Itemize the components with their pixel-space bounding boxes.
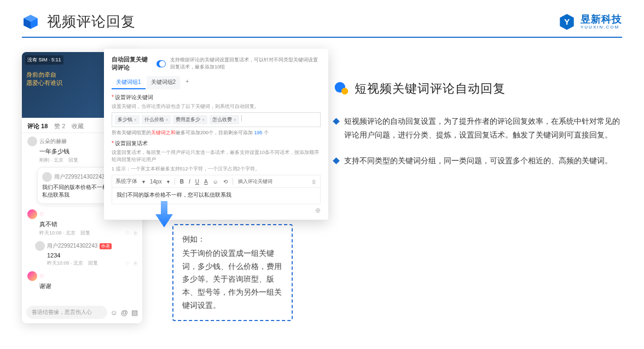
feature-title: 短视频关键词评论自动回复 bbox=[355, 81, 506, 97]
tab-likes[interactable]: 赞 2 bbox=[54, 122, 65, 130]
bullet-text: 短视频评论的自动回复设置，为了提升作者的评论回复效率，在系统中针对常见的评论用户… bbox=[344, 115, 622, 142]
chip-remove-icon[interactable]: × bbox=[202, 117, 205, 122]
tab-comments[interactable]: 评论 18 bbox=[27, 122, 48, 130]
comment-author: 用户2299214302243 bbox=[47, 242, 97, 250]
keyword-chip[interactable]: 怎么收费× bbox=[210, 115, 239, 124]
clear-button[interactable]: ⟲ bbox=[223, 179, 228, 185]
keyword-chip[interactable]: 多少钱× bbox=[115, 115, 140, 124]
chat-bubble-icon bbox=[334, 81, 349, 96]
keyword-hint: 设置关键词，当评论里内容包含了以下关键词，则系统可自动回复。 bbox=[112, 103, 321, 110]
example-body: 关于询价的设置成一组关键词，多少钱、什么价格，费用多少等。关于咨询班型、版本、型… bbox=[182, 247, 283, 312]
feature-bullet: 支持不同类型的关键词分组，同一类问题，可设置多个相近的、高频的关键词。 bbox=[334, 154, 622, 168]
feature-title-row: 短视频关键词评论自动回复 bbox=[334, 81, 622, 97]
keyword-group-tabs: 关键词组1 关键词组2 + bbox=[112, 76, 321, 89]
comment-meta: 昨天10:08 · 北京 回复 bbox=[39, 230, 90, 237]
feature-bullet: 短视频评论的自动回复设置，为了提升作者的评论回复效率，在系统中针对常见的评论用户… bbox=[334, 115, 622, 142]
at-icon[interactable]: @ bbox=[121, 308, 128, 317]
comment-meta: 昨天10:08 · 北京 回复 bbox=[47, 260, 98, 267]
font-select[interactable]: 系统字体 bbox=[115, 178, 137, 185]
reply-textarea[interactable]: 我们不同的版本价格不一样，您可以私信联系我 bbox=[112, 188, 321, 204]
comment-text: 真不错 bbox=[39, 220, 137, 228]
fan-icon: ♡ bbox=[39, 211, 44, 218]
auto-reply-toggle[interactable] bbox=[156, 60, 166, 67]
tab-favorites[interactable]: 收藏 bbox=[72, 122, 84, 130]
tab-keyword-group-2[interactable]: 关键词组2 bbox=[147, 76, 181, 89]
avatar bbox=[27, 209, 37, 219]
editor-toolbar: 系统字体▾ 14px▾ B I U A ☺ ⟲ 插入评论关键词 🗑 bbox=[112, 175, 321, 188]
size-select[interactable]: 14px bbox=[150, 179, 162, 185]
svg-point-6 bbox=[341, 88, 348, 94]
input-cursor bbox=[241, 115, 242, 122]
reply-author: 用户2299214302243 bbox=[54, 173, 105, 181]
like-icon[interactable]: ♡ bbox=[125, 261, 130, 266]
like-icon[interactable]: ♡ bbox=[125, 231, 130, 236]
avatar bbox=[27, 136, 37, 146]
logo-text-main: 昱新科技 bbox=[581, 14, 622, 24]
dislike-icon[interactable]: ⎘ bbox=[134, 261, 137, 266]
example-callout: 例如： 关于询价的设置成一组关键词，多少钱、什么价格，费用多少等。关于咨询班型、… bbox=[172, 224, 293, 321]
comment-text: 1234 bbox=[47, 252, 137, 259]
image-icon[interactable]: ▧ bbox=[131, 308, 138, 317]
arrow-icon bbox=[153, 201, 175, 228]
reply-section-label: 设置回复话术 bbox=[112, 140, 321, 147]
page-title: 视频评论回复 bbox=[47, 12, 136, 31]
comment-text: 谢谢 bbox=[39, 282, 137, 290]
comment-author: 云朵的赫赫 bbox=[39, 138, 67, 145]
tab-keyword-group-1[interactable]: 关键词组1 bbox=[112, 76, 146, 89]
diamond-icon bbox=[333, 118, 340, 125]
main-content: 没有 SIM · 5:11 身前勿牵自 愿爱心有谁识 评论 18 赞 2 收藏 … bbox=[0, 38, 644, 333]
dislike-icon[interactable]: ⎘ bbox=[134, 231, 137, 236]
keyword-chip-input[interactable]: 多少钱× 什么价格× 费用是多少× 怎么收费× bbox=[112, 112, 321, 127]
avatar bbox=[27, 271, 37, 281]
right-description: 短视频关键词评论自动回复 短视频评论的自动回复设置，为了提升作者的评论回复效率，… bbox=[334, 48, 622, 333]
insert-keyword-button[interactable]: 插入评论关键词 bbox=[238, 178, 272, 185]
emoji-button[interactable]: ☺ bbox=[213, 179, 218, 185]
keyword-count-text: 所有关键词组里的关键词之和最多可添加200个，目前剩余可添加 195 个 bbox=[112, 129, 321, 136]
bold-button[interactable]: B bbox=[180, 179, 184, 185]
title-group: 视频评论回复 bbox=[22, 12, 136, 31]
avatar bbox=[35, 241, 45, 251]
keyword-chip[interactable]: 费用是多少× bbox=[173, 115, 207, 124]
keyword-section-label: 设置评论关键词 bbox=[112, 94, 321, 101]
add-keyword-group-button[interactable]: + bbox=[181, 76, 193, 89]
reply-hint: 设置回复话术，每回复一个用户评论只发送一条话术，最多支持设置10条不同话术，按添… bbox=[112, 149, 321, 163]
video-overlay-text: 身前勿牵自 愿爱心有谁识 bbox=[26, 71, 62, 88]
add-reply-button[interactable]: ⊕ bbox=[315, 207, 321, 214]
toggle-label: 自动回复关键词评论 bbox=[112, 55, 152, 72]
reply-hint-2: 1 提示：一个富文本框最多支持512个字符，一个汉字占用2个字符。 bbox=[112, 165, 321, 173]
cube-icon bbox=[22, 13, 39, 31]
svg-text:Y: Y bbox=[564, 17, 570, 26]
underline-button[interactable]: U bbox=[195, 179, 199, 185]
diamond-icon bbox=[333, 158, 340, 165]
keyword-settings-panel: 自动回复关键词评论 支持根据评论的关键词设置回复话术，可以针对不同类型关键词设置… bbox=[104, 49, 328, 220]
delete-button[interactable]: 🗑 bbox=[311, 179, 317, 185]
bullet-text: 支持不同类型的关键词分组，同一类问题，可设置多个相近的、高频的关键词。 bbox=[344, 154, 622, 168]
header: 视频评论回复 Y 昱新科技 YUUXIN.COM bbox=[0, 0, 644, 37]
avatar bbox=[42, 172, 52, 182]
comment-item: ♡ 谢谢 bbox=[27, 271, 137, 290]
color-button[interactable]: A bbox=[204, 179, 208, 185]
example-heading: 例如： bbox=[182, 233, 283, 246]
logo-hex-icon: Y bbox=[558, 13, 576, 31]
comment-input[interactable]: 善语结善缘，恶言伤人心 bbox=[26, 306, 107, 319]
logo-text-sub: YUUXIN.COM bbox=[581, 25, 622, 30]
toggle-description: 支持根据评论的关键词设置回复话术，可以针对不同类型关键词设置回复话术，最多添加1… bbox=[170, 56, 321, 71]
chip-remove-icon[interactable]: × bbox=[166, 117, 169, 122]
mobile-comment-input-row: 善语结善缘，恶言伤人心 ☺ @ ▧ bbox=[26, 306, 138, 319]
comment-item: 用户2299214302243作者 1234 昨天10:08 · 北京 回复♡⎘ bbox=[35, 241, 137, 267]
italic-button[interactable]: I bbox=[189, 179, 190, 185]
fan-icon: ♡ bbox=[39, 273, 44, 279]
keyword-chip[interactable]: 什么价格× bbox=[142, 115, 171, 124]
chip-remove-icon[interactable]: × bbox=[134, 117, 137, 122]
left-illustration: 没有 SIM · 5:11 身前勿牵自 愿爱心有谁识 评论 18 赞 2 收藏 … bbox=[22, 48, 323, 333]
chip-remove-icon[interactable]: × bbox=[234, 117, 236, 122]
mobile-status-bar: 没有 SIM · 5:11 bbox=[25, 55, 63, 65]
brand-logo: Y 昱新科技 YUUXIN.COM bbox=[558, 13, 622, 31]
emoji-icon[interactable]: ☺ bbox=[111, 308, 118, 317]
author-tag: 作者 bbox=[100, 243, 112, 249]
